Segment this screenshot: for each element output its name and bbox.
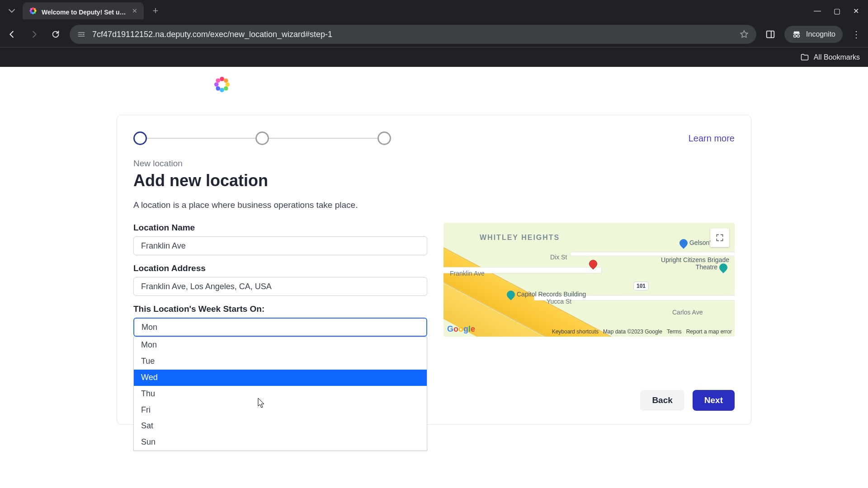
close-window-button[interactable]: ✕ xyxy=(853,7,859,15)
map-pin-icon xyxy=(505,289,516,300)
folder-icon xyxy=(800,53,809,62)
form-column: Location Name Location Address This Loca… xyxy=(133,223,427,337)
map-poi[interactable]: Capitol Records Building xyxy=(507,291,586,299)
svg-point-19 xyxy=(216,86,220,91)
bookmarks-bar: All Bookmarks xyxy=(0,47,868,67)
new-tab-button[interactable]: + xyxy=(148,4,163,18)
browser-chrome: Welcome to Deputy! Set up yo… ✕ + — ▢ ✕ … xyxy=(0,0,868,67)
svg-point-17 xyxy=(224,86,228,91)
site-settings-icon[interactable] xyxy=(77,30,86,39)
incognito-icon xyxy=(792,29,802,39)
svg-point-7 xyxy=(30,8,33,10)
panel-icon xyxy=(765,29,775,39)
next-button[interactable]: Next xyxy=(693,390,735,411)
all-bookmarks-button[interactable]: All Bookmarks xyxy=(800,53,860,62)
map-marker xyxy=(589,260,597,268)
week-option-tue[interactable]: Tue xyxy=(134,353,427,370)
svg-rect-9 xyxy=(767,31,774,38)
week-option-sat[interactable]: Sat xyxy=(134,418,427,434)
location-name-input[interactable] xyxy=(133,236,427,255)
svg-point-16 xyxy=(225,82,230,87)
page-title: Add new location xyxy=(133,171,735,190)
page-content: Learn more New location Add new location… xyxy=(0,67,868,488)
map-pin-icon xyxy=(678,238,689,249)
form-row: Location Name Location Address This Loca… xyxy=(133,223,735,337)
window-controls: — ▢ ✕ xyxy=(814,7,864,15)
location-address-input[interactable] xyxy=(133,277,427,296)
week-start-select: Mon Tue Wed Thu Fri Sat Sun xyxy=(133,318,427,337)
bookmark-star-button[interactable] xyxy=(739,29,749,39)
svg-point-12 xyxy=(797,35,800,38)
minimize-button[interactable]: — xyxy=(814,7,821,15)
map-poi[interactable]: Gelson's xyxy=(679,239,714,247)
stepper-row: Learn more xyxy=(133,131,735,145)
back-button[interactable]: Back xyxy=(640,390,684,411)
week-option-fri[interactable]: Fri xyxy=(134,402,427,418)
step-1-indicator xyxy=(133,131,147,145)
reload-icon xyxy=(51,29,61,39)
stepper xyxy=(133,131,391,145)
fullscreen-icon xyxy=(715,233,724,242)
map-footer: Keyboard shortcuts Map data ©2023 Google… xyxy=(552,328,732,335)
week-option-sun[interactable]: Sun xyxy=(134,434,427,450)
map-neighborhood-label: WHITLEY HEIGHTS xyxy=(480,234,560,242)
svg-point-18 xyxy=(220,88,224,92)
map-street-label: Dix St xyxy=(550,253,567,261)
panel-button[interactable] xyxy=(763,27,778,42)
arrow-right-icon xyxy=(29,29,39,39)
tabs-dropdown-button[interactable] xyxy=(4,3,20,19)
svg-point-15 xyxy=(224,78,228,83)
map-street-label: Carlos Ave xyxy=(672,309,703,316)
week-option-wed[interactable]: Wed xyxy=(134,370,427,386)
maximize-button[interactable]: ▢ xyxy=(834,7,840,15)
map-report-link[interactable]: Report a map error xyxy=(686,328,732,335)
week-option-mon[interactable]: Mon xyxy=(134,337,427,353)
toolbar-right: Incognito ⋮ xyxy=(763,26,863,43)
wizard-card: Learn more New location Add new location… xyxy=(117,115,751,425)
browser-menu-button[interactable]: ⋮ xyxy=(849,29,863,40)
svg-point-8 xyxy=(83,33,84,35)
deputy-logo-icon xyxy=(212,75,231,94)
browser-toolbar: 7cf47d19112152.na.deputy.com/exec/new_lo… xyxy=(0,22,868,47)
map[interactable]: WHITLEY HEIGHTS Franklin Ave Dix St Yucc… xyxy=(443,223,735,337)
map-poi[interactable]: Upright Citizens Brigade Theatre xyxy=(657,256,729,272)
map-street-label: Franklin Ave xyxy=(450,270,485,277)
step-2-indicator xyxy=(255,131,269,145)
incognito-badge[interactable]: Incognito xyxy=(784,26,843,43)
svg-point-14 xyxy=(220,77,224,81)
map-marker-icon xyxy=(587,258,599,269)
chevron-down-icon xyxy=(8,7,15,14)
map-terms-link[interactable]: Terms xyxy=(667,328,682,335)
step-line xyxy=(147,138,255,139)
wizard-description: A location is a place where business ope… xyxy=(133,200,735,210)
location-name-label: Location Name xyxy=(133,223,427,233)
back-button[interactable] xyxy=(5,27,20,42)
map-data-attribution: Map data ©2023 Google xyxy=(603,328,662,335)
location-address-label: Location Address xyxy=(133,263,427,273)
tab-title: Welcome to Deputy! Set up yo… xyxy=(42,9,127,16)
deputy-favicon-icon xyxy=(29,7,37,15)
week-start-dropdown: Mon Tue Wed Thu Fri Sat Sun xyxy=(133,337,427,451)
svg-point-11 xyxy=(794,35,797,38)
url-text: 7cf47d19112152.na.deputy.com/exec/new_lo… xyxy=(92,30,733,39)
step-line xyxy=(269,138,377,139)
week-option-thu[interactable]: Thu xyxy=(134,386,427,402)
titlebar: Welcome to Deputy! Set up yo… ✕ + — ▢ ✕ xyxy=(0,0,868,22)
map-fullscreen-button[interactable] xyxy=(710,228,729,247)
tab-close-button[interactable]: ✕ xyxy=(132,7,137,14)
wizard-subtitle: New location xyxy=(133,159,735,169)
reload-button[interactable] xyxy=(48,27,63,42)
map-pin-icon xyxy=(717,262,729,273)
map-route-shield: 101 xyxy=(633,282,649,291)
google-logo: Google xyxy=(447,324,475,334)
learn-more-link[interactable]: Learn more xyxy=(689,133,735,144)
week-start-input[interactable] xyxy=(133,318,427,337)
forward-button[interactable] xyxy=(26,27,42,42)
arrow-left-icon xyxy=(7,29,17,39)
svg-point-21 xyxy=(216,78,220,83)
address-bar[interactable]: 7cf47d19112152.na.deputy.com/exec/new_lo… xyxy=(70,25,756,44)
map-column: WHITLEY HEIGHTS Franklin Ave Dix St Yucc… xyxy=(443,223,735,337)
browser-tab[interactable]: Welcome to Deputy! Set up yo… ✕ xyxy=(23,2,144,19)
week-start-label: This Location's Week Starts On: xyxy=(133,304,427,314)
map-keyboard-shortcuts-link[interactable]: Keyboard shortcuts xyxy=(552,328,599,335)
